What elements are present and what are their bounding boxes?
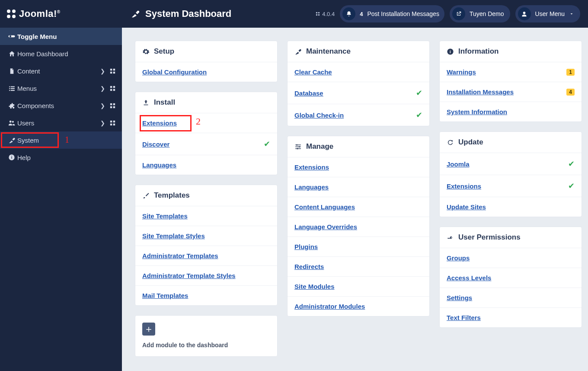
topbar-right: 4.0.4 4 Post Installation Messages Tuyen… <box>315 5 588 22</box>
svg-rect-19 <box>10 90 14 91</box>
main-content: Setup Global Configuration Install Exten… <box>122 28 588 371</box>
link-admin-modules[interactable]: Administrator Modules <box>288 296 429 316</box>
link-language-overrides[interactable]: Language Overrides <box>288 217 429 237</box>
link-mail-templates[interactable]: Mail Templates <box>135 285 277 305</box>
sidebar-item-users[interactable]: Users ❯ <box>0 114 122 131</box>
sidebar-item-system[interactable]: System 1 <box>0 131 122 149</box>
sidebar-item-label: Help <box>17 154 116 161</box>
joomla-mini-icon <box>315 11 320 16</box>
toggle-menu-button[interactable]: Toggle Menu <box>0 28 122 45</box>
wrench-icon <box>131 9 140 19</box>
warning-badge: 1 <box>566 69 575 76</box>
link-groups[interactable]: Groups <box>440 248 582 268</box>
home-icon <box>6 50 17 58</box>
link-update-sites[interactable]: Update Sites <box>440 197 582 217</box>
sidebar-item-menus[interactable]: Menus ❯ <box>0 80 122 97</box>
bell-icon-wrap <box>342 7 355 20</box>
link-database[interactable]: Database✔ <box>288 82 429 104</box>
gear-icon <box>142 48 150 55</box>
open-site-button[interactable]: Tuyen Demo <box>450 5 510 22</box>
svg-rect-35 <box>295 146 301 147</box>
svg-rect-16 <box>9 88 10 89</box>
card-information: i Information Warnings1 Installation Mes… <box>439 41 582 122</box>
annotation-number-2: 2 <box>196 116 201 127</box>
card-title: Templates <box>154 191 190 200</box>
link-system-information[interactable]: System Information <box>440 102 582 122</box>
card-title: Manage <box>306 142 333 151</box>
svg-rect-23 <box>113 89 115 90</box>
post-install-messages-button[interactable]: 4 Post Installation Messages <box>340 5 444 22</box>
link-global-configuration[interactable]: Global Configuration <box>135 62 277 82</box>
chevron-right-icon: ❯ <box>100 102 105 109</box>
link-discover[interactable]: Discover✔ <box>135 133 277 155</box>
sidebar-item-components[interactable]: Components ❯ <box>0 97 122 114</box>
add-module-button[interactable]: ＋ <box>142 323 155 336</box>
grid-icon[interactable] <box>109 68 116 74</box>
grid-icon[interactable] <box>109 102 116 109</box>
joomla-version[interactable]: 4.0.4 <box>315 11 335 17</box>
card-manage: Manage Extensions Languages Content Lang… <box>287 136 430 317</box>
link-site-template-styles[interactable]: Site Template Styles <box>135 226 277 246</box>
link-installation-messages[interactable]: Installation Messages4 <box>440 82 582 102</box>
link-install-languages[interactable]: Languages <box>135 155 277 175</box>
brush-icon <box>142 192 150 199</box>
svg-rect-13 <box>113 71 115 73</box>
link-warnings[interactable]: Warnings1 <box>440 62 582 82</box>
svg-point-5 <box>318 12 320 14</box>
chevron-down-icon <box>569 11 574 16</box>
site-label: Tuyen Demo <box>470 10 504 17</box>
svg-point-37 <box>296 144 297 145</box>
wrench-icon <box>6 137 17 144</box>
link-plugins[interactable]: Plugins <box>288 237 429 256</box>
svg-point-39 <box>297 148 298 149</box>
puzzle-icon <box>6 102 17 109</box>
svg-rect-12 <box>110 71 112 73</box>
link-update-extensions[interactable]: Extensions✔ <box>440 175 582 197</box>
upload-icon <box>142 99 150 106</box>
sidebar-item-content[interactable]: Content ❯ <box>0 62 122 80</box>
link-text-filters[interactable]: Text Filters <box>440 307 582 327</box>
svg-point-2 <box>7 15 10 18</box>
link-settings[interactable]: Settings <box>440 288 582 307</box>
card-permissions: User Permissions Groups Access Levels Se… <box>439 227 582 328</box>
users-icon <box>6 119 17 127</box>
svg-rect-31 <box>113 123 115 125</box>
notif-label: Post Installation Messages <box>367 10 439 17</box>
sidebar-item-home[interactable]: Home Dashboard <box>0 45 122 62</box>
link-site-modules[interactable]: Site Modules <box>288 276 429 296</box>
link-clear-cache[interactable]: Clear Cache <box>288 62 429 82</box>
sliders-icon <box>294 143 302 150</box>
link-install-extensions[interactable]: Extensions 2 <box>135 113 277 133</box>
check-icon: ✔ <box>568 181 575 191</box>
sidebar-item-label: Content <box>17 67 100 75</box>
check-icon: ✔ <box>264 139 270 149</box>
external-icon-wrap <box>452 7 465 20</box>
grid-icon[interactable] <box>109 85 116 92</box>
link-update-joomla[interactable]: Joomla✔ <box>440 153 582 175</box>
grid-icon[interactable] <box>109 120 116 126</box>
svg-point-3 <box>12 15 16 18</box>
brand[interactable]: Joomla!® <box>0 0 122 28</box>
link-content-languages[interactable]: Content Languages <box>288 197 429 217</box>
user-menu-button[interactable]: User Menu <box>515 5 580 22</box>
annotation-number-1: 1 <box>65 135 69 145</box>
sidebar-item-help[interactable]: i Help <box>0 149 122 166</box>
sidebar-item-label: Home Dashboard <box>17 50 116 58</box>
link-site-templates[interactable]: Site Templates <box>135 206 277 226</box>
svg-rect-20 <box>110 86 112 87</box>
link-access-levels[interactable]: Access Levels <box>440 268 582 288</box>
svg-rect-30 <box>110 123 112 125</box>
link-redirects[interactable]: Redirects <box>288 256 429 276</box>
link-global-checkin[interactable]: Global Check-in✔ <box>288 104 429 126</box>
svg-text:i: i <box>11 155 13 160</box>
link-admin-template-styles[interactable]: Administrator Template Styles <box>135 265 277 285</box>
link-manage-languages[interactable]: Languages <box>288 177 429 197</box>
svg-rect-15 <box>10 86 14 87</box>
user-icon <box>521 11 527 17</box>
check-icon: ✔ <box>568 159 575 169</box>
card-update: Update Joomla✔ Extensions✔ Update Sites <box>439 131 582 217</box>
link-manage-extensions[interactable]: Extensions <box>288 157 429 177</box>
svg-point-4 <box>316 12 318 14</box>
link-admin-templates[interactable]: Administrator Templates <box>135 246 277 265</box>
card-title: User Permissions <box>458 233 521 242</box>
